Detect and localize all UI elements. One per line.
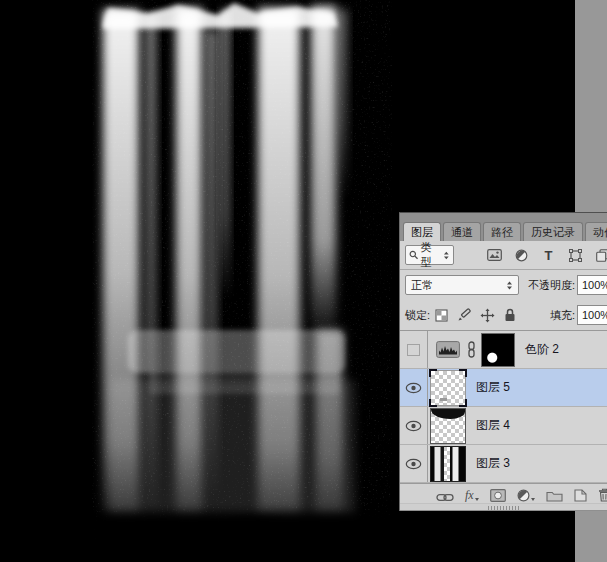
layer-name[interactable]: 图层 3 xyxy=(476,455,510,472)
photoshop-workspace: 图层 通道 路径 历史记录 动作 类型 xyxy=(0,0,607,562)
layer-mask-thumbnail[interactable] xyxy=(481,333,515,367)
panel-footer-bar: fx xyxy=(400,483,607,503)
opacity-input[interactable]: 100% xyxy=(577,275,607,295)
caret-down-icon xyxy=(531,498,535,501)
eye-icon xyxy=(405,382,422,394)
updown-arrows-icon xyxy=(506,281,513,290)
fill-value: 100% xyxy=(582,309,607,321)
visibility-toggle[interactable] xyxy=(400,369,428,406)
layer-style-icon[interactable]: fx xyxy=(465,486,479,502)
adjustment-layer-filter-icon[interactable] xyxy=(514,248,529,263)
opacity-label: 不透明度: xyxy=(524,278,575,293)
blend-mode-select[interactable]: 正常 xyxy=(405,275,519,295)
visibility-off-indicator xyxy=(407,344,420,356)
new-adjustment-layer-icon[interactable] xyxy=(517,486,535,502)
caret-down-icon xyxy=(475,498,479,501)
levels-adjustment-icon xyxy=(436,341,460,358)
lock-transparency-icon[interactable] xyxy=(433,307,449,323)
layer-row-levels-2[interactable]: 色阶 2 xyxy=(400,331,607,369)
mask-link-icon[interactable] xyxy=(466,341,477,358)
filter-kind-label: 类型 xyxy=(420,240,441,270)
lock-position-icon[interactable] xyxy=(479,307,495,323)
layer-row-layer-5[interactable]: 图层 5 xyxy=(400,369,607,407)
lock-label: 锁定: xyxy=(405,308,430,323)
layer-thumbnail[interactable] xyxy=(430,408,466,444)
visibility-toggle[interactable] xyxy=(400,331,428,368)
updown-arrows-icon xyxy=(443,251,450,260)
opacity-value: 100% xyxy=(582,279,607,291)
shape-layer-filter-icon[interactable] xyxy=(568,248,583,263)
eye-icon xyxy=(405,420,422,432)
layer-thumbnail[interactable] xyxy=(430,446,466,482)
panel-resize-grip[interactable] xyxy=(400,503,607,511)
tab-channels[interactable]: 通道 xyxy=(443,222,481,241)
filter-kind-select[interactable]: 类型 xyxy=(405,245,454,265)
fill-label: 填充: xyxy=(546,308,575,323)
layer-name[interactable]: 色阶 2 xyxy=(525,341,559,358)
visibility-toggle[interactable] xyxy=(400,445,428,482)
layer-filter-bar: 类型 xyxy=(400,241,607,270)
smart-object-filter-icon[interactable] xyxy=(595,248,607,263)
layer-list: 色阶 2 图层 5 xyxy=(400,331,607,483)
link-layers-icon[interactable] xyxy=(436,486,454,502)
layer-name[interactable]: 图层 4 xyxy=(476,417,510,434)
fill-input[interactable]: 100% xyxy=(577,305,607,325)
tab-paths[interactable]: 路径 xyxy=(483,222,521,241)
type-layer-filter-icon[interactable]: T xyxy=(541,248,556,263)
lock-all-icon[interactable] xyxy=(502,307,518,323)
layer-thumbnail[interactable] xyxy=(430,370,466,406)
pixel-layer-filter-icon[interactable] xyxy=(487,248,502,263)
layers-panel: 图层 通道 路径 历史记录 动作 类型 xyxy=(399,212,607,511)
layer-name[interactable]: 图层 5 xyxy=(476,379,510,396)
layer-row-layer-3[interactable]: 图层 3 xyxy=(400,445,607,483)
new-layer-icon[interactable] xyxy=(574,486,587,502)
layer-row-layer-4[interactable]: 图层 4 xyxy=(400,407,607,445)
grip-marks-icon xyxy=(488,506,520,510)
lock-paint-icon[interactable] xyxy=(456,307,472,323)
blend-mode-value: 正常 xyxy=(411,278,506,293)
filter-type-buttons: T xyxy=(487,248,607,263)
tab-history[interactable]: 历史记录 xyxy=(523,222,583,241)
panel-tab-bar: 图层 通道 路径 历史记录 动作 xyxy=(400,213,607,241)
new-group-icon[interactable] xyxy=(546,486,563,502)
tab-actions[interactable]: 动作 xyxy=(585,222,607,241)
add-mask-icon[interactable] xyxy=(490,486,506,502)
tab-layers[interactable]: 图层 xyxy=(403,222,441,241)
delete-layer-icon[interactable] xyxy=(598,486,607,502)
lock-fill-bar: 锁定: xyxy=(400,300,607,331)
visibility-toggle[interactable] xyxy=(400,407,428,444)
search-icon xyxy=(409,250,418,260)
eye-icon xyxy=(405,458,422,470)
blend-opacity-bar: 正常 不透明度: 100% xyxy=(400,270,607,300)
